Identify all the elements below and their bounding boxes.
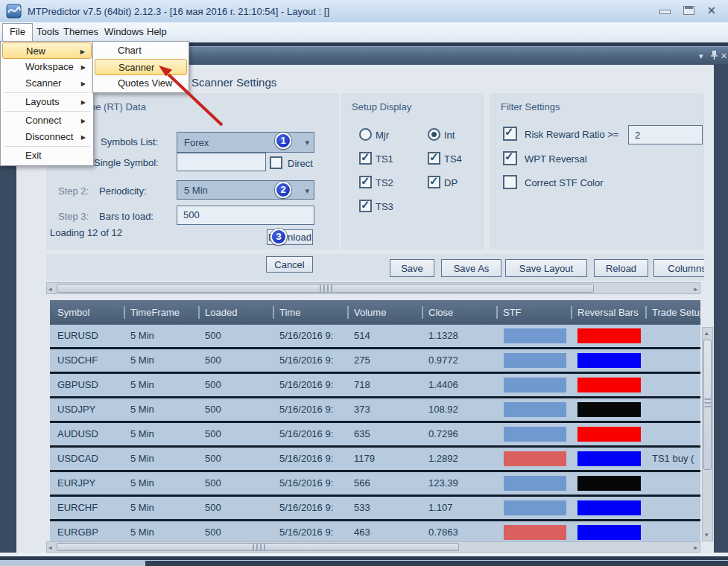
table-vscrollbar[interactable]: ▴ ▾ — [702, 327, 713, 541]
direct-checkbox[interactable] — [270, 156, 282, 169]
submenu-item-chart[interactable]: Chart — [95, 42, 187, 59]
filter-settings-group: Filter Settings Risk Reward Ratio >=2WPT… — [490, 93, 704, 249]
file-menu-item-disconnect[interactable]: Disconnect▶ — [2, 129, 92, 145]
checkbox-correct-stf-color[interactable] — [503, 175, 517, 189]
reload-button[interactable]: Reload — [594, 259, 648, 277]
close-panel-icon[interactable]: ✕ — [721, 51, 727, 61]
save-layout-button[interactable]: Save Layout — [505, 259, 587, 277]
mjr-label: Mjr — [376, 130, 389, 141]
cancel-button[interactable]: Cancel — [266, 256, 313, 273]
table-row-eurchf[interactable]: EURCHF5 Min5005/16/2016 9:5331.107 — [50, 497, 700, 521]
checkbox-ts1[interactable] — [359, 152, 372, 165]
cell-time: 5/16/2016 9: — [272, 472, 346, 495]
single-symbol-input[interactable] — [177, 153, 266, 171]
window-title: MTPredictor v7.5 (64bit) 2.12.3 - [16 ма… — [28, 6, 329, 17]
hscroll-thumb[interactable] — [57, 284, 594, 293]
ts2-label: TS2 — [376, 177, 393, 188]
radio-mjr[interactable] — [359, 128, 372, 141]
column-header-stf[interactable]: STF — [496, 300, 570, 325]
filter-value-input[interactable]: 2 — [628, 125, 703, 144]
column-header-volume[interactable]: Volume — [346, 300, 421, 325]
bars-to-load-input[interactable]: 500 — [177, 206, 314, 225]
scroll-down-icon[interactable]: ▾ — [705, 530, 709, 540]
column-header-trade-setup[interactable]: Trade Setup — [645, 300, 700, 325]
column-header-symbol[interactable]: Symbol — [50, 300, 123, 325]
columns-button[interactable]: Columns — [653, 259, 704, 277]
wpt-reversal-label: WPT Reversal — [525, 153, 587, 165]
cell-time: 5/16/2016 9: — [272, 448, 346, 470]
table-row-eurgbp[interactable]: EURGBP5 Min5005/16/2016 9:4630.7863 — [50, 521, 700, 541]
checkbox-ts2[interactable] — [359, 176, 372, 188]
close-button[interactable]: ✕ — [707, 4, 716, 16]
column-header-close[interactable]: Close — [421, 300, 496, 325]
checkbox-dp[interactable] — [428, 176, 440, 188]
vscroll-thumb[interactable] — [703, 340, 712, 470]
cell-timeframe: 5 Min — [123, 472, 197, 495]
table-row-audusd[interactable]: AUDUSD5 Min5005/16/2016 9:6350.7296 — [50, 423, 700, 448]
ts3-label: TS3 — [376, 201, 393, 212]
file-menu-item-new[interactable]: New▶ — [2, 42, 92, 59]
table-hscrollbar[interactable]: ◂ ▸ — [46, 541, 700, 553]
checkbox-risk-reward-ratio[interactable] — [503, 127, 517, 141]
menu-separator — [4, 111, 90, 112]
column-header-time[interactable]: Time — [272, 300, 346, 325]
scroll-left-icon[interactable]: ◂ — [48, 284, 52, 294]
loading-status: Loading 12 of 12 — [50, 227, 122, 238]
ts4-label: TS4 — [444, 153, 462, 165]
collapse-icon[interactable]: ▾ — [699, 51, 703, 61]
settings-hscrollbar[interactable]: ◂ ▸ — [46, 282, 700, 294]
submenu-item-scanner[interactable]: Scanner — [95, 59, 187, 75]
scroll-right-icon[interactable]: ▸ — [694, 284, 697, 294]
file-menu-item-scanner[interactable]: Scanner▶ — [2, 75, 92, 92]
symbols-list-dropdown[interactable]: Forex ▾ — [177, 132, 314, 153]
cell-timeframe: 5 Min — [123, 349, 197, 372]
scroll-left-icon[interactable]: ◂ — [48, 543, 52, 553]
periodicity-dropdown[interactable]: 5 Min ▾ — [177, 180, 314, 200]
pin-icon[interactable] — [710, 50, 718, 63]
menu-help[interactable]: Help — [140, 24, 174, 40]
column-header-timeframe[interactable]: TimeFrame — [123, 300, 197, 325]
submenu-item-quotes-view[interactable]: Quotes View — [95, 75, 187, 92]
checkbox-ts4[interactable] — [428, 152, 440, 165]
step2-badge: 2 — [275, 182, 291, 198]
scroll-right-icon[interactable]: ▸ — [694, 543, 697, 553]
menu-file[interactable]: File — [2, 23, 33, 42]
cell-close: 1.4406 — [421, 374, 496, 396]
submenu-arrow-icon: ▶ — [81, 130, 86, 146]
file-menu-item-connect[interactable]: Connect▶ — [2, 112, 92, 129]
checkbox-wpt-reversal[interactable] — [503, 151, 517, 165]
cell-close: 1.107 — [421, 497, 496, 519]
file-menu-item-layouts[interactable]: Layouts▶ — [2, 94, 92, 110]
scroll-up-icon[interactable]: ▴ — [705, 328, 709, 338]
table-row-usdchf[interactable]: USDCHF5 Min5005/16/2016 9:2750.9772 — [50, 349, 700, 374]
file-menu-item-workspace[interactable]: Workspace▶ — [2, 59, 92, 75]
cell-symbol: EURCHF — [50, 497, 123, 519]
column-header-loaded[interactable]: Loaded — [197, 300, 272, 325]
column-header-reversal-bars[interactable]: Reversal Bars — [570, 300, 645, 325]
reversal-bar — [577, 451, 641, 466]
table-row-eurjpy[interactable]: EURJPY5 Min5005/16/2016 9:566123.39 — [50, 472, 700, 497]
hscroll-thumb[interactable] — [57, 543, 459, 551]
stf-bar — [504, 451, 566, 466]
cell-time: 5/16/2016 9: — [272, 497, 346, 519]
filter-settings-caption: Filter Settings — [501, 101, 560, 112]
table-row-gbpusd[interactable]: GBPUSD5 Min5005/16/2016 9:7181.4406 — [50, 374, 700, 398]
save-button[interactable]: Save — [390, 259, 434, 277]
table-row-eurusd[interactable]: EURUSD5 Min5005/16/2016 9:5141.1328 — [50, 325, 700, 349]
next-panel-header-edge — [145, 561, 728, 566]
submenu-arrow-icon: ▶ — [81, 113, 86, 130]
table-row-usdjpy[interactable]: USDJPY5 Min5005/16/2016 9:373108.92 — [50, 398, 700, 423]
reversal-bar — [577, 353, 641, 368]
cell-close: 0.7863 — [421, 521, 496, 541]
maximize-button[interactable] — [683, 6, 694, 15]
cell-time: 5/16/2016 9: — [272, 349, 346, 372]
minimize-button[interactable] — [659, 10, 671, 14]
cell-time: 5/16/2016 9: — [272, 521, 346, 541]
radio-int[interactable] — [428, 128, 440, 141]
cell-volume: 514 — [346, 325, 421, 347]
save-as-button[interactable]: Save As — [441, 259, 501, 277]
table-row-usdcad[interactable]: USDCAD5 Min5005/16/2016 9:11791.2892TS1 … — [50, 448, 700, 472]
file-menu-item-exit[interactable]: Exit — [2, 147, 92, 164]
checkbox-ts3[interactable] — [359, 200, 372, 212]
cell-symbol: USDCHF — [50, 349, 123, 372]
